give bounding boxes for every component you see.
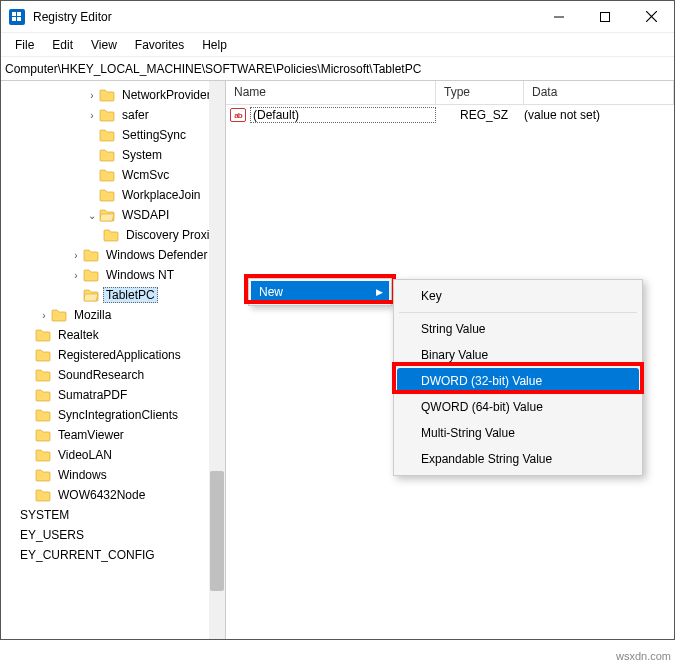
chevron-right-icon[interactable]: › [85, 110, 99, 121]
chevron-right-icon: ▶ [376, 287, 383, 297]
tree-scrollbar[interactable] [209, 81, 225, 639]
tree-label: Realtek [55, 327, 102, 343]
context-new[interactable]: New ▶ [251, 281, 389, 303]
tree-node[interactable]: WorkplaceJoin [3, 185, 225, 205]
string-value-icon: ab [230, 108, 246, 122]
folder-icon [103, 228, 119, 242]
chevron-right-icon[interactable]: › [69, 270, 83, 281]
tree-label: Windows NT [103, 267, 177, 283]
tree-pane[interactable]: ›NetworkProvider›saferSettingSyncSystemW… [1, 81, 226, 639]
context-menu-label: Key [421, 289, 442, 303]
tree-label: VideoLAN [55, 447, 115, 463]
window-title: Registry Editor [33, 10, 112, 24]
tree-label: SumatraPDF [55, 387, 130, 403]
menu-edit[interactable]: Edit [44, 35, 81, 55]
tree-node[interactable]: Realtek [3, 325, 225, 345]
tree-label: WorkplaceJoin [119, 187, 203, 203]
window-controls [536, 1, 674, 32]
scrollbar-thumb[interactable] [210, 471, 224, 591]
tree-node[interactable]: Discovery Proxies [3, 225, 225, 245]
list-row[interactable]: ab (Default) REG_SZ (value not set) [226, 105, 674, 125]
chevron-right-icon[interactable]: › [37, 310, 51, 321]
folder-icon [99, 88, 115, 102]
folder-icon [35, 468, 51, 482]
tree-node[interactable]: EY_CURRENT_CONFIG [3, 545, 225, 565]
tree-node[interactable]: SumatraPDF [3, 385, 225, 405]
tree-node[interactable]: RegisteredApplications [3, 345, 225, 365]
menu-favorites[interactable]: Favorites [127, 35, 192, 55]
context-menu-item[interactable]: Binary Value [397, 342, 639, 368]
context-menu-label: DWORD (32-bit) Value [421, 374, 542, 388]
folder-icon [83, 268, 99, 282]
svg-rect-3 [17, 17, 21, 21]
context-menu-item[interactable]: Expandable String Value [397, 446, 639, 472]
tree-label: Windows [55, 467, 110, 483]
folder-icon [35, 328, 51, 342]
maximize-button[interactable] [582, 1, 628, 32]
chevron-right-icon[interactable]: › [85, 90, 99, 101]
context-menu-item[interactable]: QWORD (64-bit) Value [397, 394, 639, 420]
tree-label: safer [119, 107, 152, 123]
context-menu-item[interactable]: String Value [397, 316, 639, 342]
menu-separator [399, 312, 637, 313]
context-menu-item[interactable]: Multi-String Value [397, 420, 639, 446]
tree-label: SettingSync [119, 127, 189, 143]
address-path: Computer\HKEY_LOCAL_MACHINE\SOFTWARE\Pol… [5, 62, 421, 76]
menu-view[interactable]: View [83, 35, 125, 55]
context-menu-item[interactable]: Key [397, 283, 639, 309]
tree-node[interactable]: System [3, 145, 225, 165]
column-name[interactable]: Name [226, 81, 436, 104]
menu-file[interactable]: File [7, 35, 42, 55]
minimize-button[interactable] [536, 1, 582, 32]
tree-node[interactable]: ›Windows Defender [3, 245, 225, 265]
tree-node[interactable]: VideoLAN [3, 445, 225, 465]
context-menu-label: String Value [421, 322, 485, 336]
context-menu-label: QWORD (64-bit) Value [421, 400, 543, 414]
tree-label: NetworkProvider [119, 87, 214, 103]
tree-node[interactable]: WOW6432Node [3, 485, 225, 505]
context-new-label: New [259, 285, 283, 299]
tree-label: System [119, 147, 165, 163]
tree-node[interactable]: SyncIntegrationClients [3, 405, 225, 425]
tree-label: WOW6432Node [55, 487, 148, 503]
column-type[interactable]: Type [436, 81, 524, 104]
tree-node[interactable]: ›Mozilla [3, 305, 225, 325]
folder-icon [99, 208, 115, 222]
tree-node[interactable]: ›Windows NT [3, 265, 225, 285]
watermark: wsxdn.com [616, 650, 671, 662]
tree-node[interactable]: ⌄WSDAPI [3, 205, 225, 225]
value-name: (Default) [250, 107, 436, 123]
tree-node[interactable]: WcmSvc [3, 165, 225, 185]
folder-icon [35, 388, 51, 402]
chevron-down-icon[interactable]: ⌄ [85, 210, 99, 221]
column-data[interactable]: Data [524, 81, 674, 104]
tree-label: Windows Defender [103, 247, 210, 263]
tree-label: EY_CURRENT_CONFIG [17, 547, 158, 563]
close-button[interactable] [628, 1, 674, 32]
context-menu-new: KeyString ValueBinary ValueDWORD (32-bit… [393, 279, 643, 476]
tree-node[interactable]: ›safer [3, 105, 225, 125]
tree-node[interactable]: EY_USERS [3, 525, 225, 545]
value-type: REG_SZ [436, 108, 524, 122]
context-menu-item[interactable]: DWORD (32-bit) Value [397, 368, 639, 394]
tree-label: SYSTEM [17, 507, 72, 523]
tree-node[interactable]: TeamViewer [3, 425, 225, 445]
context-menu-label: Expandable String Value [421, 452, 552, 466]
tree-node[interactable]: ›NetworkProvider [3, 85, 225, 105]
tree-node[interactable]: Windows [3, 465, 225, 485]
folder-icon [99, 108, 115, 122]
tree-label: RegisteredApplications [55, 347, 184, 363]
address-bar[interactable]: Computer\HKEY_LOCAL_MACHINE\SOFTWARE\Pol… [1, 57, 674, 81]
tree-node[interactable]: SettingSync [3, 125, 225, 145]
menubar: File Edit View Favorites Help [1, 33, 674, 57]
menu-help[interactable]: Help [194, 35, 235, 55]
tree-label: WSDAPI [119, 207, 172, 223]
tree-node[interactable]: TabletPC [3, 285, 225, 305]
chevron-right-icon[interactable]: › [69, 250, 83, 261]
context-submenu: New ▶ [248, 278, 392, 306]
folder-icon [35, 368, 51, 382]
list-header: Name Type Data [226, 81, 674, 105]
tree-node[interactable]: SYSTEM [3, 505, 225, 525]
tree-node[interactable]: SoundResearch [3, 365, 225, 385]
folder-icon [35, 488, 51, 502]
